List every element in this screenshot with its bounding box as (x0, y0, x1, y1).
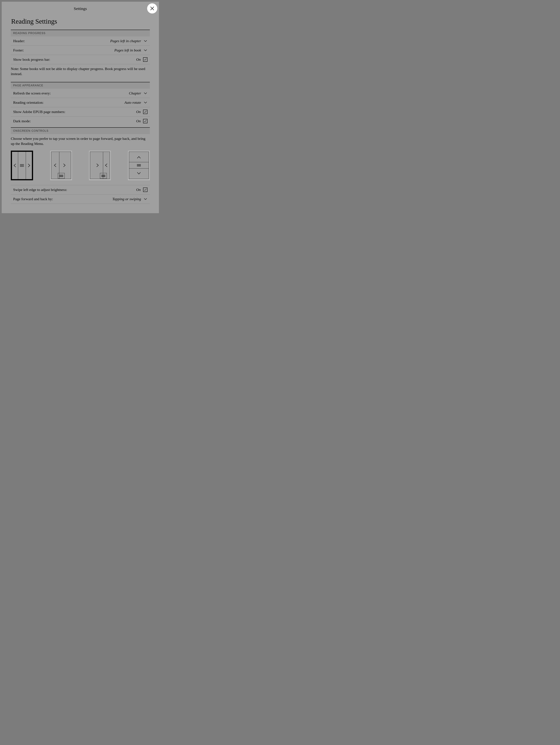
chevron-down-icon (144, 91, 148, 95)
swipe-brightness-value: On (136, 188, 141, 192)
row-reading-orientation[interactable]: Reading orientation: Auto rotate (11, 98, 150, 107)
chevron-down-icon (144, 48, 148, 52)
row-footer-setting[interactable]: Footer: Pages left in book (11, 46, 150, 55)
chevron-down-icon (144, 100, 148, 104)
layout-option-1[interactable] (11, 151, 33, 180)
content-area: Reading Settings READING PROGRESS Header… (2, 18, 159, 204)
row-swipe-brightness[interactable]: Swipe left edge to adjust brightness: On (11, 185, 150, 194)
section-header-onscreen-controls: ONSCREEN CONTROLS (11, 127, 150, 134)
row-page-method[interactable]: Page forward and back by: Tapping or swi… (11, 194, 150, 204)
layout-diagram-1-icon (12, 152, 32, 179)
modal-title: Settings (74, 6, 87, 11)
onscreen-desc: Choose where you prefer to tap your scre… (11, 134, 150, 147)
layout-diagram-3-icon (90, 152, 110, 179)
section-reading-progress: READING PROGRESS Header: Pages left in c… (11, 30, 150, 80)
adobe-value: On (136, 110, 141, 114)
progress-bar-checkbox[interactable] (143, 57, 148, 62)
section-header-reading-progress: READING PROGRESS (11, 30, 150, 36)
layout-diagram-4-icon (129, 152, 149, 179)
page-title: Reading Settings (11, 18, 150, 25)
refresh-label: Refresh the screen every: (13, 91, 51, 95)
dark-mode-value: On (136, 119, 141, 123)
progress-bar-label: Show book progress bar: (13, 57, 50, 62)
orientation-value: Auto rotate (124, 100, 141, 105)
footer-label: Footer: (13, 48, 24, 53)
orientation-label: Reading orientation: (13, 100, 43, 105)
dark-mode-checkbox[interactable] (143, 119, 148, 123)
adobe-label: Show Adobe EPUB page numbers: (13, 110, 65, 114)
progress-note: Note: Some books will not be able to dis… (11, 64, 150, 80)
section-header-page-appearance: PAGE APPEARANCE (11, 82, 150, 89)
header-label: Header: (13, 39, 25, 43)
chevron-down-icon (144, 39, 148, 43)
check-icon (144, 58, 147, 61)
chevron-down-icon (144, 197, 148, 201)
swipe-brightness-checkbox[interactable] (143, 188, 148, 192)
row-show-progress-bar[interactable]: Show book progress bar: On (11, 55, 150, 64)
row-adobe-epub[interactable]: Show Adobe EPUB page numbers: On (11, 107, 150, 117)
page-method-value: Tapping or swiping (113, 197, 141, 201)
layout-option-4[interactable] (128, 151, 150, 180)
row-refresh-screen[interactable]: Refresh the screen every: Chapter (11, 89, 150, 98)
adobe-checkbox[interactable] (143, 110, 148, 114)
header-value: Pages left in chapter (110, 39, 141, 43)
modal-header: Settings (2, 2, 159, 14)
dark-mode-label: Dark mode: (13, 119, 31, 123)
row-header-setting[interactable]: Header: Pages left in chapter (11, 36, 150, 46)
page-method-label: Page forward and back by: (13, 197, 53, 201)
layout-tiles (11, 151, 150, 180)
layout-option-2[interactable] (50, 151, 72, 180)
section-onscreen-controls: ONSCREEN CONTROLS Choose where you prefe… (11, 127, 150, 203)
settings-modal: Settings Reading Settings READING PROGRE… (2, 2, 159, 213)
refresh-value: Chapter (129, 91, 141, 95)
layout-diagram-2-icon (51, 152, 71, 179)
footer-value: Pages left in book (115, 48, 141, 53)
layout-option-3[interactable] (89, 151, 111, 180)
close-button[interactable] (147, 3, 157, 13)
section-page-appearance: PAGE APPEARANCE Refresh the screen every… (11, 82, 150, 126)
swipe-brightness-label: Swipe left edge to adjust brightness: (13, 188, 67, 192)
check-icon (144, 110, 147, 114)
check-icon (144, 188, 147, 191)
check-icon (144, 120, 147, 123)
row-dark-mode[interactable]: Dark mode: On (11, 117, 150, 126)
progress-bar-value: On (136, 57, 141, 62)
close-icon (150, 6, 155, 11)
